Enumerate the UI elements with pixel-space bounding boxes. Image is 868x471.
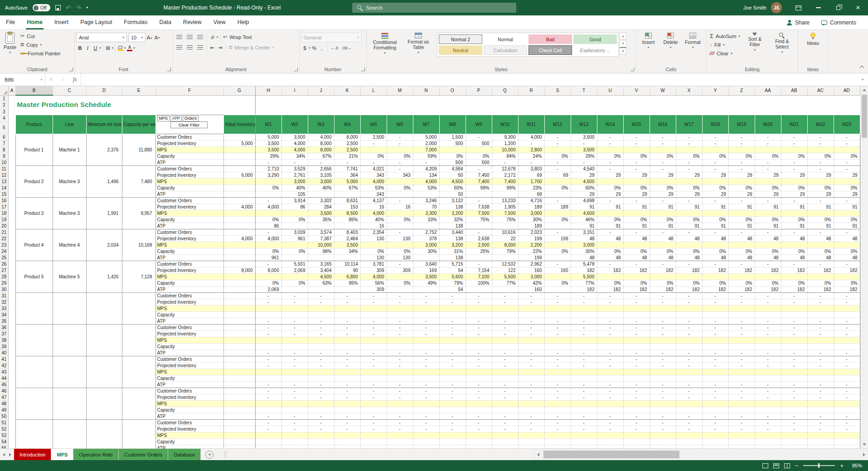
row-header-21[interactable]: 21 <box>0 229 8 235</box>
cell[interactable]: - <box>702 356 728 362</box>
cell[interactable]: - <box>676 229 702 235</box>
cell[interactable]: 3,000 <box>413 242 439 248</box>
cell[interactable]: - <box>676 426 702 432</box>
cell[interactable] <box>518 369 544 375</box>
cell[interactable]: 2,000 <box>413 140 439 146</box>
cell[interactable] <box>413 375 439 381</box>
normal-view-icon[interactable] <box>762 463 768 468</box>
cell[interactable]: - <box>571 159 597 165</box>
cell[interactable]: - <box>308 318 334 324</box>
cell[interactable]: 29 <box>728 172 755 178</box>
row-header-24[interactable]: 24 <box>0 248 8 254</box>
cell[interactable] <box>281 375 308 381</box>
cell[interactable]: - <box>413 356 439 362</box>
row-label-cell[interactable]: ATP <box>155 445 223 448</box>
cell[interactable]: 48 <box>834 235 860 242</box>
cell[interactable]: - <box>834 197 860 204</box>
gallery-more-icon[interactable]: ▾ <box>620 47 626 54</box>
close-button[interactable]: ✕ <box>848 0 868 15</box>
menu-tab-data[interactable]: Data <box>153 15 177 29</box>
column-header-n[interactable]: N <box>413 86 439 95</box>
cell[interactable]: - <box>544 165 571 172</box>
cell[interactable]: 3,300 <box>413 210 439 216</box>
cell[interactable]: 0% <box>702 248 728 254</box>
row-header-36[interactable]: 36 <box>0 324 8 330</box>
cell[interactable]: - <box>413 324 439 330</box>
cell[interactable]: - <box>281 362 308 369</box>
table-header-w19[interactable]: W19 <box>728 115 755 134</box>
cell[interactable]: - <box>597 140 623 146</box>
cell[interactable]: - <box>544 388 571 394</box>
row-label-cell[interactable]: MPS <box>155 305 223 311</box>
cell[interactable]: 0% <box>702 153 728 159</box>
cell[interactable]: 4,716 <box>518 197 544 204</box>
cells-row-2[interactable]: Master Production Schedule <box>8 102 860 108</box>
cell[interactable]: 3,640 <box>413 261 439 267</box>
cell[interactable]: 500 <box>466 159 492 165</box>
cell[interactable]: - <box>676 394 702 400</box>
cell[interactable]: - <box>834 159 860 165</box>
cell[interactable]: - <box>781 330 807 337</box>
cell[interactable]: - <box>807 419 834 426</box>
initial-inventory-cell[interactable] <box>223 216 255 223</box>
cells-row-3[interactable] <box>8 108 860 115</box>
table-header-w1[interactable]: W1 <box>255 115 281 134</box>
cell[interactable] <box>387 178 413 185</box>
table-header-product[interactable]: Product <box>15 115 53 134</box>
cell[interactable] <box>281 343 308 350</box>
clear-filter-button[interactable]: Clear Filter <box>170 121 208 128</box>
cell[interactable]: 182 <box>702 267 728 273</box>
cell[interactable] <box>834 311 860 318</box>
cell[interactable] <box>728 210 755 216</box>
cell[interactable] <box>755 210 781 216</box>
cell[interactable]: - <box>360 419 387 426</box>
cell[interactable] <box>255 242 281 248</box>
zoom-in-button[interactable]: + <box>840 463 844 469</box>
cell[interactable] <box>597 343 623 350</box>
cell[interactable]: - <box>755 394 781 400</box>
bold-button[interactable]: B <box>76 44 84 52</box>
cell[interactable]: 29 <box>623 172 650 178</box>
cell[interactable]: - <box>255 356 281 362</box>
cell[interactable] <box>623 343 650 350</box>
cell[interactable]: - <box>544 413 571 419</box>
cell[interactable]: - <box>728 388 755 394</box>
cell[interactable]: - <box>755 159 781 165</box>
row-label-cell[interactable]: Customer Orders <box>155 229 223 235</box>
cell[interactable]: - <box>281 356 308 362</box>
cell-style-bad[interactable]: Bad <box>529 34 572 44</box>
cell[interactable]: - <box>518 413 544 419</box>
initial-inventory-cell[interactable]: 6,000 <box>223 172 255 178</box>
cell[interactable]: - <box>360 381 387 388</box>
initial-inventory-cell[interactable] <box>223 248 255 254</box>
cell[interactable]: 30% <box>571 248 597 254</box>
cell[interactable]: - <box>781 362 807 369</box>
cell[interactable]: 0% <box>834 280 860 286</box>
capacity-per-week-cell[interactable]: 11,880 <box>122 134 155 165</box>
cell[interactable]: - <box>281 426 308 432</box>
cell[interactable]: 3,500 <box>255 146 281 153</box>
cell[interactable] <box>544 311 571 318</box>
cell[interactable]: 4,600 <box>571 210 597 216</box>
cell[interactable]: - <box>387 445 413 448</box>
cell[interactable] <box>834 438 860 445</box>
cell[interactable]: 3,000 <box>281 178 308 185</box>
row-header-27[interactable]: 27 <box>0 267 8 273</box>
initial-inventory-cell[interactable] <box>223 292 255 299</box>
cell[interactable] <box>623 375 650 381</box>
row-header-52[interactable]: 52 <box>0 426 8 432</box>
cell[interactable] <box>334 432 360 438</box>
cell[interactable]: - <box>571 388 597 394</box>
cell[interactable]: - <box>623 292 650 299</box>
cell[interactable]: - <box>518 292 544 299</box>
cell[interactable] <box>8 292 15 324</box>
share-button[interactable]: Share <box>784 18 814 27</box>
cell[interactable] <box>702 375 728 381</box>
cell[interactable] <box>387 369 413 375</box>
row-header-10[interactable]: 10 <box>0 159 8 165</box>
cell[interactable]: - <box>466 318 492 324</box>
column-header-e[interactable]: E <box>122 86 155 95</box>
row-label-cell[interactable]: ATP <box>155 191 223 197</box>
cell[interactable]: - <box>755 381 781 388</box>
initial-inventory-cell[interactable] <box>223 159 255 165</box>
